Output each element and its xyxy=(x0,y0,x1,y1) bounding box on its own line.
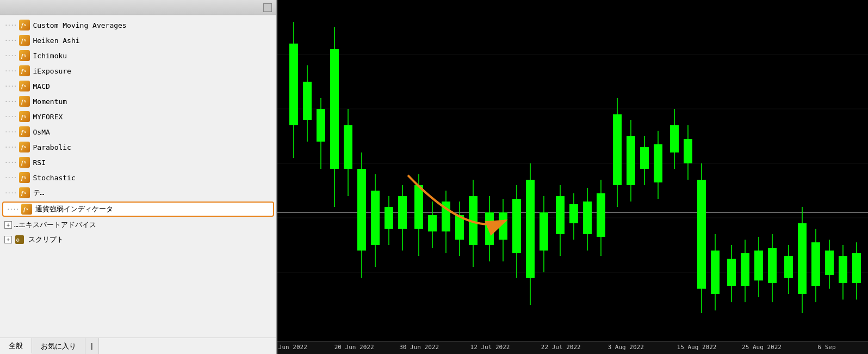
nav-dots-truncated: ···· xyxy=(4,190,17,197)
svg-text:x: x xyxy=(23,129,26,134)
navigator-panel: ····fxCustom Moving Averages····fxHeiken… xyxy=(0,0,277,354)
nav-item-myforex[interactable]: ····fxMYFOREX xyxy=(0,109,276,124)
nav-item-momentum[interactable]: ····fxMomentum xyxy=(0,94,276,109)
svg-rect-131 xyxy=(741,253,749,286)
svg-rect-107 xyxy=(627,136,635,185)
nav-item-osma[interactable]: ····fxOsMA xyxy=(0,124,276,139)
nav-dots-parabolic: ···· xyxy=(4,144,17,151)
svg-rect-83 xyxy=(512,199,521,253)
svg-rect-86 xyxy=(526,180,535,278)
fx-icon-macd: fx xyxy=(19,81,30,91)
navigator-list: ····fxCustom Moving Averages····fxHeiken… xyxy=(0,15,276,338)
section-label-script: スクリプト xyxy=(28,235,64,245)
svg-rect-74 xyxy=(469,196,478,245)
svg-rect-101 xyxy=(597,193,605,237)
svg-rect-56 xyxy=(385,207,393,229)
footer-tab-general[interactable]: 全般 xyxy=(0,338,32,354)
svg-rect-77 xyxy=(485,212,494,245)
section-label-ea: …エキスパートアドバイス xyxy=(14,220,96,230)
fx-icon-truncated: fx xyxy=(19,187,30,198)
svg-rect-104 xyxy=(613,114,622,185)
x-label-15-Aug-2022: 15 Aug 2022 xyxy=(677,344,717,351)
svg-rect-44 xyxy=(330,49,339,169)
svg-rect-140 xyxy=(784,256,793,278)
svg-rect-35 xyxy=(289,44,298,125)
svg-rect-155 xyxy=(852,253,861,283)
fx-icon-parabolic: fx xyxy=(19,142,30,152)
nav-item-label-heiken-ashi: Heiken Ashi xyxy=(33,36,80,45)
svg-rect-50 xyxy=(357,169,366,251)
nav-dots-osma: ···· xyxy=(4,129,17,136)
x-label-20-Jun-2022: 20 Jun 2022 xyxy=(334,344,374,351)
svg-text:x: x xyxy=(23,83,26,88)
nav-item-macd[interactable]: ····fxMACD xyxy=(0,78,276,94)
nav-item-heiken-ashi[interactable]: ····fxHeiken Ashi xyxy=(0,33,276,48)
svg-rect-80 xyxy=(499,212,507,240)
svg-text:x: x xyxy=(23,22,26,27)
svg-rect-98 xyxy=(583,202,592,234)
nav-item-label-iexposure: iExposure xyxy=(33,67,71,75)
svg-rect-95 xyxy=(569,204,578,223)
svg-rect-53 xyxy=(371,191,380,245)
svg-text:x: x xyxy=(23,53,26,58)
nav-item-label-custom-moving-averages: Custom Moving Averages xyxy=(33,21,127,29)
svg-rect-137 xyxy=(768,248,777,283)
nav-dots-myforex: ···· xyxy=(4,113,17,120)
x-axis: 8 Jun 202220 Jun 202230 Jun 202212 Jul 2… xyxy=(277,341,868,354)
nav-section-ea[interactable]: + …エキスパートアドバイス xyxy=(0,218,276,232)
navigator-footer: 全般お気に入り| xyxy=(0,338,276,354)
nav-item-label-truncated: テ… xyxy=(33,188,45,198)
nav-section-script[interactable]: + ⚙ スクリプト xyxy=(0,232,276,247)
nav-item-truncated[interactable]: ····fxテ… xyxy=(0,185,276,200)
nav-item-currency-strength[interactable]: ····fx通貨強弱インディケータ xyxy=(2,202,274,217)
close-button[interactable] xyxy=(263,3,272,12)
nav-item-label-currency-strength: 通貨強弱インディケータ xyxy=(35,204,113,214)
svg-text:x: x xyxy=(23,190,26,195)
x-label-25-Aug-2022: 25 Aug 2022 xyxy=(742,344,782,351)
nav-item-parabolic[interactable]: ····fxParabolic xyxy=(0,139,276,155)
svg-rect-125 xyxy=(711,251,720,294)
navigator-header xyxy=(0,0,276,15)
fx-icon-custom-moving-averages: fx xyxy=(19,20,30,30)
nav-item-label-osma: OsMA xyxy=(33,128,50,136)
fx-icon-osma: fx xyxy=(19,126,30,137)
svg-text:x: x xyxy=(26,206,28,211)
svg-rect-116 xyxy=(670,125,679,152)
nav-item-custom-moving-averages[interactable]: ····fxCustom Moving Averages xyxy=(0,17,276,33)
svg-text:x: x xyxy=(23,99,26,103)
nav-item-stochastic[interactable]: ····fxStochastic xyxy=(0,170,276,185)
nav-item-label-macd: MACD xyxy=(33,82,50,90)
chart-area: 8 Jun 202220 Jun 202230 Jun 202212 Jul 2… xyxy=(277,0,868,354)
svg-rect-47 xyxy=(344,125,352,169)
svg-text:x: x xyxy=(23,68,26,73)
x-label-22-Jul-2022: 22 Jul 2022 xyxy=(541,344,581,351)
fx-icon-heiken-ashi: fx xyxy=(19,35,30,46)
svg-rect-89 xyxy=(540,212,548,251)
svg-rect-62 xyxy=(414,185,423,229)
svg-rect-128 xyxy=(727,259,736,286)
svg-rect-71 xyxy=(455,215,464,240)
svg-rect-59 xyxy=(398,196,407,229)
x-label-12-Jul-2022: 12 Jul 2022 xyxy=(470,344,510,351)
x-label-8-Jun-2022: 8 Jun 2022 xyxy=(277,344,307,351)
nav-dots-rsi: ···· xyxy=(4,159,17,166)
fx-icon-iexposure: fx xyxy=(19,65,30,76)
nav-item-rsi[interactable]: ····fxRSI xyxy=(0,155,276,170)
footer-separator: | xyxy=(85,338,99,354)
svg-rect-134 xyxy=(754,251,763,280)
x-label-6-Sep: 6 Sep xyxy=(817,344,835,351)
svg-rect-119 xyxy=(684,139,692,163)
expand-icon-script: + xyxy=(4,236,12,243)
footer-tab-favorites[interactable]: お気に入り xyxy=(32,338,85,354)
nav-item-label-myforex: MYFOREX xyxy=(33,113,63,121)
nav-item-label-ichimoku: Ichimoku xyxy=(33,52,67,60)
svg-rect-152 xyxy=(839,256,847,283)
nav-item-ichimoku[interactable]: ····fxIchimoku xyxy=(0,48,276,63)
fx-icon-myforex: fx xyxy=(19,111,30,122)
nav-dots-iexposure: ···· xyxy=(4,68,17,75)
svg-text:x: x xyxy=(23,175,26,180)
nav-item-iexposure[interactable]: ····fxiExposure xyxy=(0,63,276,78)
svg-rect-146 xyxy=(811,242,820,286)
svg-rect-65 xyxy=(428,215,437,231)
nav-dots-ichimoku: ···· xyxy=(4,52,17,59)
